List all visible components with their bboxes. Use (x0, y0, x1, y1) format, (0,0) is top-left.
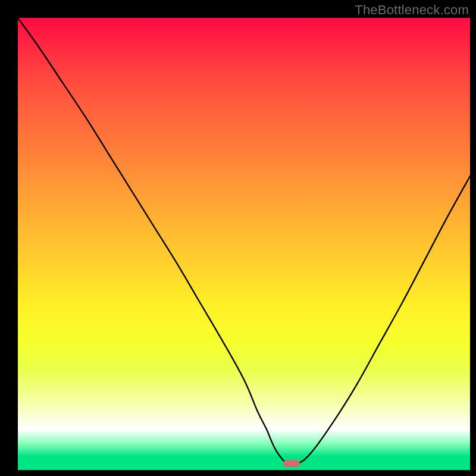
watermark-text: TheBottleneck.com (355, 2, 469, 18)
chart-frame: TheBottleneck.com (0, 0, 476, 476)
bottleneck-curve (18, 18, 470, 470)
plot-area (18, 18, 470, 470)
optimal-marker (283, 460, 300, 467)
